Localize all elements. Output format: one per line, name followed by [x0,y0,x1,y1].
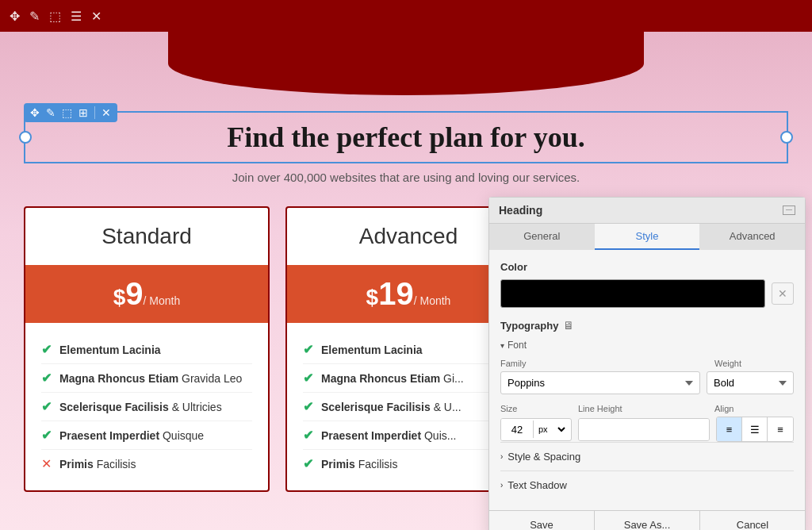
text-shadow-label: Text Shadow [508,479,566,491]
feature-1-1: ✔Elementum Lacinia [41,336,252,364]
panel-tabs: General Style Advanced [489,224,805,250]
color-row: ✕ [500,279,794,308]
check-icon-2-4: ✔ [303,428,313,443]
check-icon-1-4: ✔ [41,428,52,443]
element-grid-icon[interactable]: ⊞ [79,106,88,119]
color-clear-button[interactable]: ✕ [772,282,794,305]
feature-2-5: ✔Primis Facilisis [303,450,514,478]
element-toolbar: ✥ ✎ ⬚ ⊞ ✕ [24,103,117,122]
save-as-button[interactable]: Save As... [595,511,700,530]
font-family-select[interactable]: Poppins Arial Georgia [500,371,700,394]
font-section-header[interactable]: ▾ Font [500,340,794,351]
feature-2-4: ✔Praesent Imperdiet Quis... [303,421,514,450]
heading-block[interactable]: Find the perfect plan for you. [24,111,788,163]
check-icon-2-3: ✔ [303,399,313,414]
sub-heading: Join over 400,000 websites that are usin… [0,171,812,184]
save-button[interactable]: Save [489,511,595,530]
align-center-button[interactable]: ☰ [742,417,768,441]
feature-1-5: ✕Primis Facilisis [41,450,252,478]
toolbar-separator [94,106,95,119]
line-height-input[interactable] [579,419,710,440]
element-edit-icon[interactable]: ✎ [46,106,56,119]
align-group: ≡ ☰ ≡ [716,417,794,442]
cross-icon-1-5: ✕ [41,456,52,471]
tab-style[interactable]: Style [595,224,700,250]
element-copy-icon[interactable]: ⬚ [62,106,72,119]
size-input-group: 42 px em rem [500,418,572,441]
element-icon[interactable]: ⬚ [49,9,61,24]
panel-title: Heading [499,204,542,217]
panel-header: Heading [489,198,805,224]
pricing-area: Standard $9/ Month ✔Elementum Lacinia ✔M… [24,206,531,492]
card-features-standard: ✔Elementum Lacinia ✔Magna Rhoncus Etiam … [25,323,268,490]
feature-2-1: ✔Elementum Lacinia [303,336,514,364]
size-row-inputs: 42 px em rem — px em ≡ [500,417,794,442]
element-move-icon[interactable]: ✥ [30,106,40,119]
align-left-button[interactable]: ≡ [717,417,742,441]
panel-footer: Save Save As... Cancel [489,510,805,530]
list-icon[interactable]: ☰ [71,9,82,24]
panel-minimize-button[interactable] [783,205,795,215]
tab-general[interactable]: General [489,224,595,250]
feature-1-4: ✔Praesent Imperdiet Quisque [41,421,252,450]
feature-bold-1-4: Praesent Imperdiet [59,429,159,442]
check-icon-2-2: ✔ [303,371,313,386]
align-right-button[interactable]: ≡ [768,417,793,441]
card-price-standard: $9/ Month [25,265,268,323]
font-fields: Family Weight Poppins Arial Georgia Bold… [500,359,794,394]
feature-bold-2-2: Magna Rhoncus Etiam [321,372,440,385]
feature-bold-1-1: Elementum Lacinia [59,344,161,356]
settings-panel: Heading General Style Advanced Color ✕ T… [488,197,806,530]
text-shadow-chevron: › [500,481,503,490]
font-row-labels: Family Weight [500,359,794,368]
feature-bold-1-2: Magna Rhoncus Etiam [59,372,178,385]
tab-advanced[interactable]: Advanced [699,224,805,250]
style-spacing-label: Style & Spacing [508,451,580,463]
element-close-icon[interactable]: ✕ [102,106,111,119]
align-label: Align [714,404,794,413]
check-icon-1-1: ✔ [41,342,52,357]
color-swatch[interactable] [500,279,765,308]
check-icon-2-1: ✔ [303,342,313,357]
monitor-icon: 🖥 [563,319,574,332]
feature-2-2: ✔Magna Rhoncus Etiam Gi... [303,364,514,393]
close-icon[interactable]: ✕ [91,9,102,24]
style-spacing-row[interactable]: › Style & Spacing [500,442,794,470]
font-section-label: Font [508,340,527,351]
top-toolbar: ✥ ✎ ⬚ ☰ ✕ [0,0,812,32]
amount-1: 9 [125,276,143,311]
feature-bold-2-3: Scelerisque Facilisis [321,401,431,413]
color-label: Color [500,261,794,273]
canvas-area: ✥ ✎ ⬚ ⊞ ✕ Find the perfect plan for you.… [0,32,812,530]
font-chevron-icon: ▾ [500,341,504,350]
typography-label: Typography [500,320,558,332]
line-height-label: Line Height [578,404,708,413]
size-unit-select[interactable]: px em rem [533,421,568,438]
feature-bold-2-5: Primis [321,458,355,470]
panel-body: Color ✕ Typography 🖥 ▾ Font Family Weigh… [489,250,805,510]
arch-decoration [168,32,644,95]
feature-1-2: ✔Magna Rhoncus Etiam Gravida Leo [41,364,252,393]
period-2: / Month [414,294,451,307]
amount-2: 19 [378,276,414,311]
font-weight-select[interactable]: Bold Normal Light [707,371,794,394]
edit-icon[interactable]: ✎ [29,9,40,24]
check-icon-1-3: ✔ [41,399,52,414]
size-input[interactable]: 42 [501,419,533,440]
feature-1-3: ✔Scelerisque Facilisis & Ultricies [41,393,252,421]
cancel-button[interactable]: Cancel [700,511,805,530]
pricing-card-standard: Standard $9/ Month ✔Elementum Lacinia ✔M… [24,206,270,492]
card-title-standard: Standard [25,208,268,265]
feature-bold-2-1: Elementum Lacinia [321,344,423,356]
main-heading: Find the perfect plan for you. [41,121,771,154]
feature-bold-1-5: Primis [59,458,94,470]
size-row-labels: Size Line Height Align [500,404,794,413]
text-shadow-row[interactable]: › Text Shadow [500,470,794,499]
feature-bold-1-3: Scelerisque Facilisis [59,401,169,413]
dollar-sign-1: $ [113,285,126,309]
size-label: Size [500,404,572,413]
move-icon[interactable]: ✥ [10,9,20,24]
family-label: Family [500,359,708,368]
feature-bold-2-4: Praesent Imperdiet [321,429,421,442]
line-height-group: — px em [578,418,710,441]
